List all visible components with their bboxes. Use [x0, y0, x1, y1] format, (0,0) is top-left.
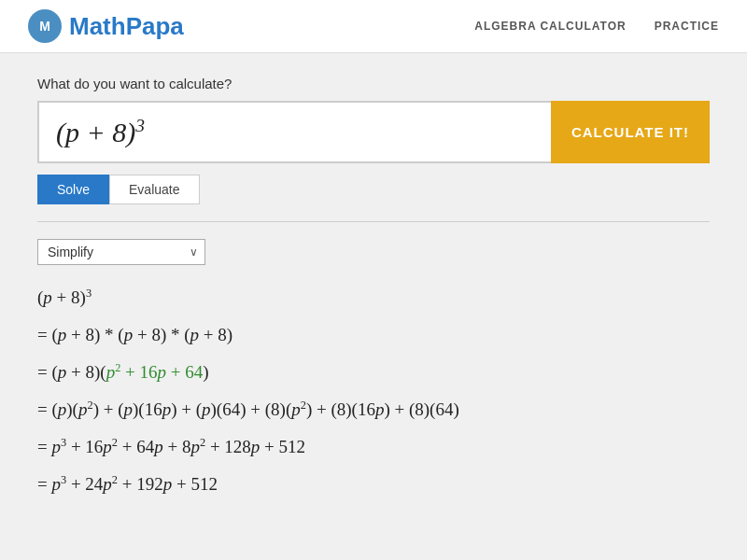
- mode-select[interactable]: Simplify Expand Factor: [37, 239, 205, 265]
- svg-text:M: M: [39, 19, 50, 34]
- tab-solve[interactable]: Solve: [37, 175, 109, 204]
- step-3: = (p)(p2) + (p)(16p) + (p)(64) + (8)(p2)…: [37, 392, 710, 427]
- input-row: (p + 8)3 CALCULATE IT!: [37, 101, 710, 163]
- question-label: What do you want to calculate?: [37, 76, 710, 91]
- simplify-row: Simplify Expand Factor: [37, 239, 710, 265]
- step-original: (p + 8)3: [37, 280, 710, 315]
- mode-select-wrapper: Simplify Expand Factor: [37, 239, 205, 265]
- logo-text: MathPapa: [69, 12, 184, 41]
- step-4: = p3 + 16p2 + 64p + 8p2 + 128p + 512: [37, 429, 710, 465]
- tabs: Solve Evaluate: [37, 175, 710, 204]
- nav-algebra-calculator[interactable]: ALGEBRA CALCULATOR: [474, 20, 626, 33]
- step-1: = (p + 8) * (p + 8) * (p + 8): [37, 317, 710, 353]
- logo-area: M MathPapa: [28, 9, 184, 43]
- logo-icon: M: [28, 9, 62, 43]
- nav-practice[interactable]: PRACTICE: [655, 20, 719, 33]
- step-2: = (p + 8)(p2 + 16p + 64): [37, 355, 710, 390]
- calculate-button[interactable]: CALCULATE IT!: [551, 101, 710, 163]
- nav-links: ALGEBRA CALCULATOR PRACTICE: [474, 20, 719, 33]
- tab-evaluate[interactable]: Evaluate: [109, 175, 199, 204]
- header: M MathPapa ALGEBRA CALCULATOR PRACTICE: [0, 0, 747, 53]
- divider: [37, 221, 710, 222]
- step-5: = p3 + 24p2 + 192p + 512: [37, 467, 710, 502]
- math-steps: (p + 8)3 = (p + 8) * (p + 8) * (p + 8) =…: [37, 280, 710, 502]
- math-input-display[interactable]: (p + 8)3: [37, 101, 551, 163]
- main-content: What do you want to calculate? (p + 8)3 …: [0, 53, 747, 526]
